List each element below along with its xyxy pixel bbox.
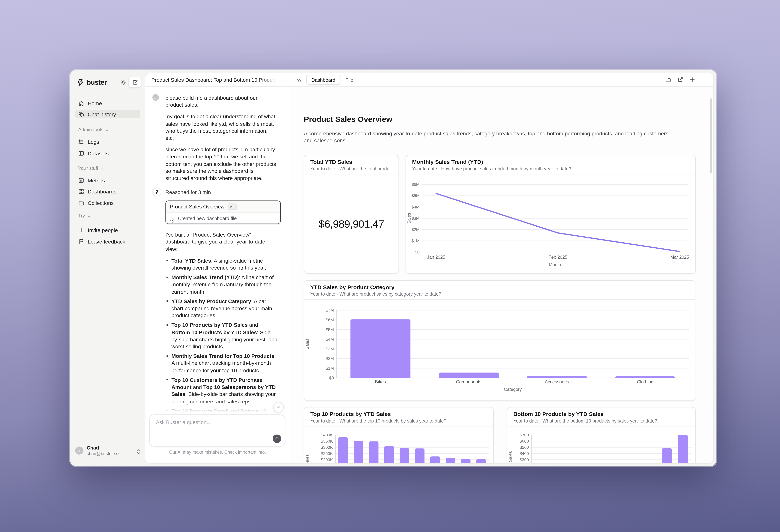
settings-gear-icon[interactable]: [118, 77, 128, 87]
file-status: Created new dashboard file: [178, 215, 237, 221]
send-button[interactable]: [273, 435, 281, 443]
vertical-scrollbar[interactable]: [710, 98, 712, 174]
svg-text:$3M: $3M: [411, 216, 420, 221]
datasets-icon: [78, 150, 84, 156]
chart-card-bottom10-products[interactable]: Bottom 10 Products by YTD Sales Year to …: [507, 407, 696, 463]
dashboard-more-button[interactable]: ⋯: [701, 77, 707, 83]
collections-folder-icon: [78, 200, 84, 206]
card-title: YTD Sales by Product Category: [310, 284, 689, 291]
svg-text:$300: $300: [520, 457, 529, 462]
svg-text:$0: $0: [415, 250, 420, 254]
svg-text:$2M: $2M: [411, 227, 420, 232]
card-title: Bottom 10 Products by YTD Sales: [514, 411, 689, 418]
avatar: CH: [75, 446, 83, 454]
collapse-sidebar-icon[interactable]: [296, 77, 302, 83]
svg-text:$700: $700: [520, 433, 529, 437]
user-message-paragraph: please build me a dashboard about our pr…: [165, 94, 277, 108]
sidebar-item-dashboards[interactable]: Dashboards: [75, 187, 140, 195]
line-chart-monthly-sales: $0$1M$2M$3M$4M$5M$6MSalesJan 2025Feb 202…: [406, 175, 694, 274]
page-description: A comprehensive dashboard showing year-t…: [304, 130, 672, 144]
bar-chart-category-sales: $0$1M$2M$3M$4M$5M$6M$7MSalesBikesCompone…: [304, 300, 694, 401]
bar-chart-bottom10-products: $0$100$200$300$400$500$600$700Sales: [507, 427, 694, 463]
svg-text:$500: $500: [520, 445, 529, 450]
assistant-bullet-list: Total YTD Sales: A single-value metric s…: [165, 257, 282, 415]
chat-input[interactable]: Ask Buster a question...: [149, 415, 285, 446]
chevron-up-down-icon: [136, 447, 141, 453]
metric-value: $6,989,901.47: [319, 218, 384, 230]
assistant-bullet: Top 10 Products by YTD Sales and Bottom …: [165, 322, 278, 350]
tab-file[interactable]: File: [345, 77, 353, 82]
assistant-bullet: Total YTD Sales: A single-value metric s…: [165, 257, 278, 271]
svg-text:$3M: $3M: [326, 347, 334, 351]
card-subtitle: Year to date · How have product sales tr…: [412, 166, 689, 172]
sidebar-item-collections[interactable]: Collections: [75, 198, 140, 207]
flag-icon: [78, 238, 84, 244]
svg-text:$300K: $300K: [321, 445, 333, 450]
section-try[interactable]: Try: [78, 212, 91, 219]
chat-input-placeholder: Ask Buster a question...: [156, 420, 211, 425]
dashboard-header: Dashboard File ⋯: [290, 73, 713, 87]
section-admin-tools[interactable]: Admin tools: [78, 126, 109, 133]
share-icon[interactable]: [677, 77, 683, 83]
tab-dashboard[interactable]: Dashboard: [306, 75, 341, 85]
folder-icon[interactable]: [665, 77, 671, 83]
svg-text:$600: $600: [520, 439, 529, 443]
assistant-bullet: YTD Sales by Product Category: A bar cha…: [165, 298, 278, 319]
scroll-to-bottom-button[interactable]: [273, 402, 284, 413]
card-subtitle: Year to date · What are the total produ…: [310, 166, 392, 172]
user-menu[interactable]: CH Chad chad@buster.so: [75, 443, 141, 457]
chat-panel: Product Sales Dashboard: Top and Bottom …: [145, 73, 290, 463]
svg-text:$4M: $4M: [411, 205, 420, 209]
assistant-intro: I’ve built a “Product Sales Overview” da…: [165, 231, 277, 252]
user-message-paragraph: since we have a lot of products, i'm par…: [165, 146, 277, 182]
assistant-bullet: Monthly Sales Trend for Top 10 Products:…: [165, 352, 278, 374]
card-subtitle: Year to date · What are the bottom 10 pr…: [514, 419, 689, 424]
dashboard-panel: Dashboard File ⋯ Product Sales Overview …: [290, 73, 713, 463]
dashboard-file-card[interactable]: Product Sales Overview v1 Created new da…: [165, 201, 281, 224]
svg-text:Sales: Sales: [508, 451, 513, 462]
sidebar-item-datasets[interactable]: Datasets: [75, 149, 140, 157]
svg-text:$1M: $1M: [326, 366, 334, 371]
svg-text:$7M: $7M: [326, 308, 334, 312]
chat-more-button[interactable]: ⋯: [276, 77, 285, 83]
add-icon[interactable]: [689, 77, 695, 83]
sidebar-item-metrics[interactable]: Metrics: [75, 176, 140, 184]
svg-text:Sales: Sales: [407, 213, 411, 224]
reasoning-row[interactable]: Reasoned for 3 min: [152, 188, 269, 197]
sidebar-item-chat-history[interactable]: Chat history: [75, 110, 140, 118]
home-icon: [78, 100, 84, 106]
chart-card-monthly-sales-trend[interactable]: Monthly Sales Trend (YTD) Year to date ·…: [405, 155, 696, 274]
chart-card-top10-products[interactable]: Top 10 Products by YTD Sales Year to dat…: [304, 407, 494, 463]
sidebar-item-home[interactable]: Home: [75, 99, 140, 107]
sidebar-item-invite-people[interactable]: Invite people: [75, 226, 140, 234]
svg-text:$200K: $200K: [321, 457, 333, 462]
dashboards-icon: [78, 188, 84, 194]
card-title: Top 10 Products by YTD Sales: [310, 411, 487, 418]
section-your-stuff[interactable]: Your stuff: [78, 165, 104, 172]
sidebar-item-leave-feedback[interactable]: Leave feedback: [75, 237, 140, 246]
dashboard-content[interactable]: Product Sales Overview A comprehensive d…: [290, 86, 713, 463]
svg-text:$4M: $4M: [326, 337, 334, 342]
chat-messages[interactable]: CH please build me a dashboard about our…: [145, 86, 290, 415]
metric-card-total-ytd-sales[interactable]: Total YTD Sales Year to date · What are …: [304, 155, 399, 274]
svg-text:Bikes: Bikes: [375, 379, 386, 384]
scroll-fade-overlay: [145, 399, 290, 415]
new-chat-button[interactable]: [128, 77, 141, 88]
ai-disclaimer: Our AI may make mistakes. Check importan…: [145, 449, 290, 454]
svg-text:Accessories: Accessories: [545, 379, 569, 384]
sidebar-item-logs[interactable]: Logs: [75, 137, 140, 146]
assistant-bullet: Monthly Sales Trend (YTD): A line chart …: [165, 274, 278, 295]
chat-title: Product Sales Dashboard: Top and Bottom …: [151, 77, 276, 82]
svg-text:Month: Month: [549, 262, 561, 267]
svg-text:$0: $0: [329, 376, 334, 380]
svg-text:Sales: Sales: [305, 454, 310, 463]
card-subtitle: Year to date · What are product sales by…: [310, 292, 689, 297]
chart-card-ytd-sales-by-category[interactable]: YTD Sales by Product Category Year to da…: [304, 280, 695, 401]
page-title: Product Sales Overview: [304, 115, 392, 124]
caret-down-icon: [87, 214, 91, 217]
status-dot-icon: [170, 216, 175, 221]
svg-text:Mar 2025: Mar 2025: [671, 255, 689, 260]
svg-text:$5M: $5M: [326, 327, 334, 332]
svg-text:$350K: $350K: [321, 439, 333, 443]
bar-chart-top10-products: $0$50K$100K$150K$200K$250K$300K$350K$400…: [304, 427, 492, 463]
